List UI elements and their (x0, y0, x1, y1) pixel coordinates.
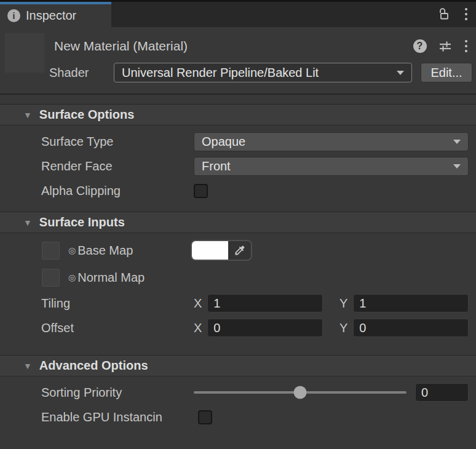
surface-type-value: Opaque (202, 135, 447, 149)
y-axis-label: Y (339, 321, 347, 335)
tiling-label: Tiling (41, 296, 194, 311)
slider-thumb[interactable] (294, 386, 307, 399)
render-face-label: Render Face (41, 159, 194, 173)
section-title: Surface Inputs (39, 215, 125, 229)
tab-title: Inspector (26, 9, 76, 23)
sorting-priority-input[interactable] (415, 383, 469, 402)
offset-x-input[interactable] (207, 319, 323, 337)
tab-inspector[interactable]: i Inspector (0, 2, 111, 27)
eyedropper-button[interactable] (228, 241, 251, 260)
presets-icon[interactable] (438, 39, 453, 54)
render-face-row: Render Face Front (0, 154, 476, 178)
chevron-down-icon (453, 140, 461, 144)
foldout-triangle-icon: ▼ (23, 218, 32, 227)
tiling-row: Tiling X Y (0, 291, 476, 316)
unlock-icon[interactable] (437, 6, 451, 22)
tab-bar: i Inspector (0, 0, 476, 27)
info-icon: i (7, 9, 20, 22)
chevron-down-icon (453, 164, 461, 169)
base-map-color-widget (191, 240, 252, 261)
surface-type-dropdown[interactable]: Opaque (194, 132, 469, 151)
base-map-texture-slot[interactable] (42, 242, 60, 260)
offset-label: Offset (41, 321, 194, 335)
shader-dropdown-value: Universal Render Pipeline/Baked Lit (122, 66, 391, 80)
alpha-clipping-checkbox[interactable] (194, 184, 208, 198)
surface-options-body: Surface Type Opaque Render Face Front Al… (0, 125, 476, 212)
gpu-instancing-label: Enable GPU Instancin (41, 410, 198, 424)
surface-inputs-body: ◎ Base Map ◎ Normal Map Tiling X Y Offse… (0, 233, 476, 355)
section-header-advanced-options[interactable]: ▼ Advanced Options (0, 355, 476, 376)
spacer (0, 95, 476, 104)
alpha-clipping-label: Alpha Clipping (41, 184, 194, 198)
material-menu-kebab-icon[interactable] (464, 39, 469, 54)
foldout-triangle-icon: ▼ (23, 362, 32, 370)
section-title: Advanced Options (39, 359, 148, 373)
normal-map-label: Normal Map (77, 271, 145, 285)
gpu-instancing-row: Enable GPU Instancin (0, 405, 476, 429)
tab-menu-kebab-icon[interactable] (464, 7, 469, 22)
shader-label: Shader (49, 66, 114, 80)
base-map-row: ◎ Base Map (0, 237, 476, 264)
section-header-surface-inputs[interactable]: ▼ Surface Inputs (0, 212, 476, 233)
normal-map-row: ◎ Normal Map (0, 264, 476, 291)
base-map-label: Base Map (77, 244, 133, 258)
surface-type-label: Surface Type (41, 135, 194, 149)
material-title: New Material (Material) (54, 39, 402, 54)
offset-y-input[interactable] (353, 319, 469, 337)
x-axis-label: X (194, 296, 202, 311)
surface-type-row: Surface Type Opaque (0, 129, 476, 154)
object-picker-icon[interactable]: ◎ (68, 246, 76, 255)
tiling-x-input[interactable] (207, 294, 323, 312)
shader-dropdown[interactable]: Universal Render Pipeline/Baked Lit (114, 63, 412, 82)
normal-map-texture-slot[interactable] (42, 269, 60, 287)
sorting-priority-slider[interactable] (194, 383, 407, 402)
section-header-surface-options[interactable]: ▼ Surface Options (0, 104, 476, 125)
render-face-value: Front (202, 159, 447, 173)
gpu-instancing-checkbox[interactable] (198, 410, 212, 424)
alpha-clipping-row: Alpha Clipping (0, 178, 476, 203)
object-picker-icon[interactable]: ◎ (68, 273, 76, 282)
chevron-down-icon (397, 71, 404, 75)
tiling-y-input[interactable] (353, 294, 469, 312)
offset-row: Offset X Y (0, 316, 476, 340)
sorting-priority-label: Sorting Priority (41, 386, 194, 400)
foldout-triangle-icon: ▼ (23, 111, 32, 119)
render-face-dropdown[interactable]: Front (194, 157, 469, 176)
help-icon[interactable]: ? (413, 39, 427, 53)
material-preview-thumbnail (5, 33, 44, 73)
color-swatch[interactable] (192, 241, 228, 260)
y-axis-label: Y (339, 296, 347, 311)
advanced-options-body: Sorting Priority Enable GPU Instancin (0, 376, 476, 429)
sorting-priority-row: Sorting Priority (0, 380, 476, 405)
x-axis-label: X (194, 321, 202, 335)
section-title: Surface Options (39, 108, 134, 122)
material-header: New Material (Material) ? Shader Univers… (0, 27, 476, 95)
eyedropper-icon (234, 244, 246, 256)
edit-shader-button[interactable]: Edit... (421, 63, 472, 82)
